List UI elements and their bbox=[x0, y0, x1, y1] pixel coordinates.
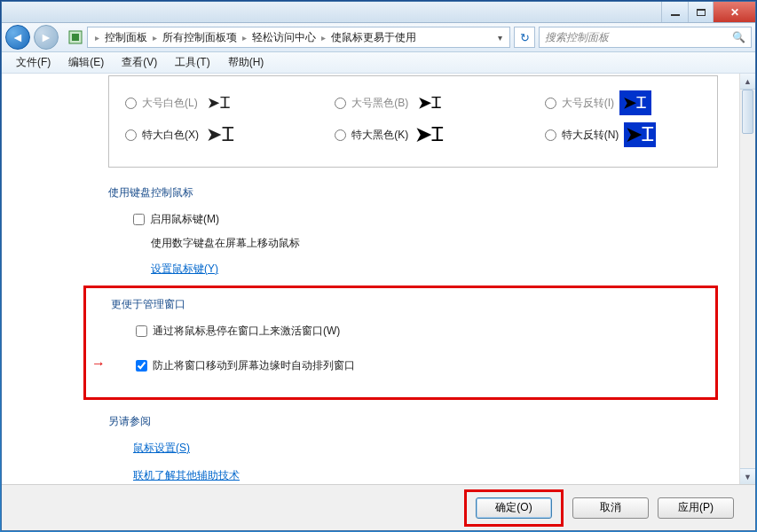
pointer-large-invert[interactable]: 大号反转(I) ➤Ꮖ bbox=[545, 90, 701, 115]
cursor-invert-xl-icon: ➤Ꮖ bbox=[624, 122, 656, 147]
highlighted-section: 更便于管理窗口 通过将鼠标悬停在窗口上来激活窗口(W) 防止将窗口移动到屏幕边缘… bbox=[83, 286, 718, 400]
enable-mousekeys-checkbox[interactable] bbox=[133, 214, 145, 225]
crumb-ease-of-access[interactable]: 轻松访问中心 bbox=[250, 28, 318, 47]
pointer-large-white[interactable]: 大号白色(L) ➤Ꮖ bbox=[125, 90, 281, 115]
menu-help[interactable]: 帮助(H) bbox=[221, 53, 272, 72]
crumb-mouse-easier[interactable]: 使鼠标更易于使用 bbox=[329, 28, 418, 47]
search-icon: 🔍 bbox=[732, 31, 745, 43]
cursor-invert-icon: ➤Ꮖ bbox=[619, 90, 651, 115]
menubar: 文件(F) 编辑(E) 查看(V) 工具(T) 帮助(H) bbox=[2, 52, 755, 74]
hover-activate-checkbox[interactable] bbox=[136, 325, 147, 337]
menu-file[interactable]: 文件(F) bbox=[9, 53, 58, 72]
ok-highlight: 确定(O) bbox=[464, 489, 564, 527]
close-button[interactable]: ✕ bbox=[713, 2, 755, 22]
section-see-also: 另请参阅 bbox=[108, 414, 718, 429]
crumb-control-panel[interactable]: 控制面板 bbox=[103, 28, 149, 47]
crumb-all-items[interactable]: 所有控制面板项 bbox=[161, 28, 239, 47]
cancel-button[interactable]: 取消 bbox=[572, 497, 649, 519]
navbar: ◄ ► ▸ 控制面板 ▸ 所有控制面板项 ▸ 轻松访问中心 ▸ 使鼠标更易于使用… bbox=[2, 23, 755, 52]
radio-large-white[interactable] bbox=[125, 98, 137, 109]
pointer-large-black[interactable]: 大号黑色(B) ➤Ꮖ bbox=[335, 90, 491, 115]
window: ✕ ◄ ► ▸ 控制面板 ▸ 所有控制面板项 ▸ 轻松访问中心 ▸ 使鼠标更易于… bbox=[1, 1, 756, 531]
radio-large-invert[interactable] bbox=[545, 98, 556, 109]
radio-xl-invert[interactable] bbox=[545, 129, 556, 141]
menu-tools[interactable]: 工具(T) bbox=[168, 53, 217, 72]
pointer-xl-black[interactable]: 特大黑色(K) ➤Ꮖ bbox=[335, 122, 491, 147]
maximize-button[interactable] bbox=[688, 2, 713, 22]
search-input[interactable]: 搜索控制面板 🔍 bbox=[539, 27, 752, 48]
dialog-footer: 确定(O) 取消 应用(P) bbox=[2, 484, 755, 530]
section-manage-windows: 更便于管理窗口 bbox=[111, 297, 699, 312]
vertical-scrollbar[interactable]: ▲ ▼ bbox=[739, 74, 755, 484]
minimize-button[interactable] bbox=[661, 2, 688, 22]
assistive-tech-link[interactable]: 联机了解其他辅助技术 bbox=[133, 469, 240, 481]
pointer-xl-white[interactable]: 特大白色(X) ➤Ꮖ bbox=[125, 122, 281, 147]
menu-view[interactable]: 查看(V) bbox=[114, 53, 164, 72]
cursor-white-icon: ➤Ꮖ bbox=[203, 90, 235, 115]
radio-xl-white[interactable] bbox=[125, 129, 137, 141]
prevent-arrange-row: 防止将窗口移动到屏幕边缘时自动排列窗口 bbox=[136, 356, 699, 376]
nav-forward-button[interactable]: ► bbox=[34, 25, 59, 50]
mousekeys-desc: 使用数字键盘在屏幕上移动鼠标 bbox=[151, 233, 718, 254]
hover-activate-label: 通过将鼠标悬停在窗口上来激活窗口(W) bbox=[153, 321, 340, 341]
search-placeholder: 搜索控制面板 bbox=[545, 30, 609, 45]
breadcrumb[interactable]: ▸ 控制面板 ▸ 所有控制面板项 ▸ 轻松访问中心 ▸ 使鼠标更易于使用 ▾ bbox=[87, 27, 510, 48]
radio-large-black[interactable] bbox=[335, 98, 346, 109]
titlebar: ✕ bbox=[2, 2, 755, 23]
ok-button[interactable]: 确定(O) bbox=[476, 497, 552, 519]
breadcrumb-dropdown-icon[interactable]: ▾ bbox=[494, 33, 506, 43]
enable-mousekeys-row: 启用鼠标键(M) bbox=[133, 209, 718, 230]
svg-rect-1 bbox=[72, 34, 79, 41]
refresh-button[interactable]: ↻ bbox=[514, 27, 535, 48]
enable-mousekeys-label: 启用鼠标键(M) bbox=[150, 209, 219, 230]
section-keyboard-mouse: 使用键盘控制鼠标 bbox=[108, 185, 718, 200]
apply-button[interactable]: 应用(P) bbox=[658, 497, 734, 519]
nav-back-button[interactable]: ◄ bbox=[5, 25, 30, 50]
chevron-right-icon: ▸ bbox=[242, 33, 247, 43]
chevron-right-icon: ▸ bbox=[95, 33, 99, 43]
cursor-black-icon: ➤Ꮖ bbox=[414, 90, 446, 115]
prevent-arrange-label: 防止将窗口移动到屏幕边缘时自动排列窗口 bbox=[153, 356, 355, 376]
pointer-size-group: 大号白色(L) ➤Ꮖ 大号黑色(B) ➤Ꮖ 大号反转(I) ➤Ꮖ bbox=[108, 75, 718, 168]
scroll-thumb[interactable] bbox=[742, 90, 753, 134]
cursor-black-xl-icon: ➤Ꮖ bbox=[414, 122, 446, 147]
pointer-xl-invert[interactable]: 特大反转(N) ➤Ꮖ bbox=[545, 122, 701, 147]
red-arrow-annotation bbox=[91, 356, 106, 372]
menu-edit[interactable]: 编辑(E) bbox=[61, 53, 111, 72]
content-scroll: 大号白色(L) ➤Ꮖ 大号黑色(B) ➤Ꮖ 大号反转(I) ➤Ꮖ bbox=[2, 74, 739, 484]
hover-activate-row: 通过将鼠标悬停在窗口上来激活窗口(W) bbox=[136, 321, 699, 341]
mouse-settings-link[interactable]: 鼠标设置(S) bbox=[133, 442, 190, 454]
control-panel-icon bbox=[67, 29, 83, 45]
radio-xl-black[interactable] bbox=[335, 129, 346, 141]
scroll-down-button[interactable]: ▼ bbox=[740, 468, 755, 484]
prevent-arrange-checkbox[interactable] bbox=[136, 360, 147, 372]
scroll-up-button[interactable]: ▲ bbox=[740, 74, 755, 90]
content-area: 大号白色(L) ➤Ꮖ 大号黑色(B) ➤Ꮖ 大号反转(I) ➤Ꮖ bbox=[2, 74, 755, 484]
chevron-right-icon: ▸ bbox=[321, 33, 326, 43]
chevron-right-icon: ▸ bbox=[153, 33, 157, 43]
setup-mousekeys-link[interactable]: 设置鼠标键(Y) bbox=[151, 262, 218, 275]
cursor-white-xl-icon: ➤Ꮖ bbox=[204, 122, 236, 147]
